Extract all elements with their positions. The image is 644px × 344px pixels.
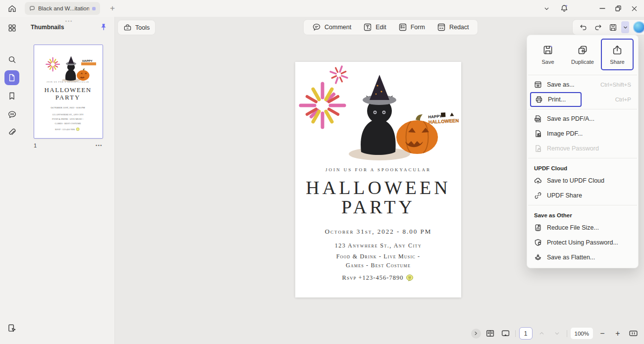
chevron-up-icon (540, 333, 543, 334)
menu-save-as-flatten[interactable]: Save as Flatten... (527, 250, 638, 265)
document-tab[interactable]: Black and W...itation (1) (25, 2, 100, 15)
slideshow-button[interactable] (500, 328, 512, 340)
svg-text:JOIN US FOR A SPOOKYACULAR: JOIN US FOR A SPOOKYACULAR (47, 81, 89, 83)
undo-button[interactable] (577, 21, 590, 34)
svg-text:PARTY: PARTY (55, 94, 81, 101)
sidebar-item-grid-view[interactable] (4, 20, 19, 35)
sidebar-item-bookmarks[interactable] (4, 89, 19, 103)
menu-reduce-file-size[interactable]: Reduce File Size... (527, 220, 638, 235)
unsaved-changes-indicator (92, 7, 96, 10)
action-toolbar (572, 19, 644, 35)
menu-save-as-pdfa[interactable]: PDF/A Save as PDF/A... (527, 111, 638, 126)
invitation-title-line1: HALLOWEEN (295, 178, 461, 197)
flip-pages-button[interactable] (4, 321, 19, 336)
window-close-button[interactable] (626, 1, 642, 16)
fit-width-button[interactable] (627, 328, 639, 340)
tools-button-label: Tools (135, 24, 150, 31)
titlebar-dropdown-button[interactable] (540, 2, 553, 15)
menu-section-save-as-other: Save as Other (527, 207, 638, 220)
home-icon (9, 5, 15, 11)
comment-mode-label: Comment (324, 24, 351, 31)
sticker-halloween-text: HALLOWEEN (429, 118, 459, 125)
two-page-view-icon (485, 329, 495, 338)
menu-reduce-file-size-label: Reduce File Size... (547, 224, 599, 231)
mode-toolbar: Comment Edit Form Redact (303, 19, 478, 35)
zoom-level-display[interactable]: 100% (571, 328, 593, 339)
comment-list-icon (7, 110, 17, 119)
menu-image-pdf[interactable]: Image PDF... (527, 126, 638, 141)
left-panel: ••• Thumbnails (0, 17, 115, 344)
window-restore-button[interactable] (610, 1, 626, 16)
menu-save-as-shortcut: Ctrl+Shift+S (600, 82, 631, 88)
menu-save-as[interactable]: Save as... Ctrl+Shift+S (527, 77, 638, 92)
invitation-tagline: JOIN US FOR A SPOOKYACULAR (295, 167, 461, 172)
menu-share-button[interactable]: Share (601, 39, 633, 70)
statusbar-collapse-button[interactable] (471, 329, 481, 339)
save-button[interactable] (606, 21, 619, 34)
comment-mode-button[interactable]: Comment (306, 21, 357, 34)
menu-divider (528, 109, 637, 109)
status-bar: 1 100% − + (471, 327, 639, 340)
svg-text:PDF/A: PDF/A (536, 119, 540, 121)
tools-button[interactable]: Tools (117, 20, 156, 35)
menu-updf-share-label: UPDF Share (547, 192, 582, 199)
page-layout-button[interactable] (484, 328, 496, 340)
sidebar-item-attachments[interactable] (4, 125, 19, 140)
document-page[interactable]: HAPPY HALLOWEEN JOIN US FOR A SPOOKYACUL… (295, 62, 461, 297)
sidebar-item-thumbnails[interactable] (4, 70, 19, 85)
menu-protect-using-password[interactable]: Protect Using Password... (527, 235, 638, 250)
menu-duplicate-label: Duplicate (571, 59, 594, 65)
previous-page-button[interactable] (536, 328, 548, 340)
menu-save-label: Save (541, 59, 554, 65)
menu-print-label: Print... (548, 96, 566, 103)
black-cat (361, 75, 396, 155)
svg-text:GAMES - BEST COSTUME: GAMES - BEST COSTUME (54, 122, 81, 125)
statusbar-divider (515, 330, 516, 337)
flatten-icon (534, 253, 542, 261)
undo-icon (581, 25, 586, 29)
window-minimize-button[interactable] (594, 1, 610, 16)
page-number-input[interactable]: 1 (519, 327, 533, 340)
sidebar-item-search[interactable] (4, 52, 19, 67)
menu-save-to-updf-cloud-label: Save to UPDF Cloud (547, 177, 604, 184)
menu-section-updf-cloud: UPDF Cloud (527, 160, 638, 173)
comment-annotation-icon[interactable] (406, 274, 414, 282)
new-tab-button[interactable]: + (106, 2, 119, 15)
menu-share-label: Share (610, 59, 624, 65)
thumbnail-more-options-button[interactable]: ••• (96, 143, 103, 148)
menu-remove-password-label: Remove Password (547, 145, 599, 152)
page-thumbnail-1[interactable]: HAPPY JOIN US FOR A SPOOKYACULAR HALLOWE… (34, 45, 103, 139)
menu-duplicate-button[interactable]: Duplicate (567, 39, 598, 70)
form-mode-button[interactable]: Form (392, 21, 431, 34)
menu-divider (528, 205, 637, 205)
svg-text:RSVP +123-456-7890: RSVP +123-456-7890 (55, 128, 75, 131)
zoom-in-button[interactable]: + (612, 328, 624, 340)
toolbox-icon (123, 23, 132, 32)
zoom-out-button[interactable]: − (596, 328, 608, 340)
menu-print[interactable]: Print... Ctrl+P (527, 92, 638, 107)
statusbar-divider (567, 330, 567, 337)
bookmark-icon (10, 93, 14, 99)
duplicate-icon (577, 45, 588, 55)
home-button[interactable] (5, 2, 18, 15)
happy-halloween-sticker: HAPPY HALLOWEEN (428, 112, 459, 125)
title-bar: Black and W...itation (1) + (0, 0, 644, 17)
menu-save-to-updf-cloud[interactable]: Save to UPDF Cloud (527, 173, 638, 188)
menu-save-button[interactable]: Save (532, 39, 564, 70)
sidebar-item-comments[interactable] (4, 107, 19, 122)
redo-button[interactable] (591, 21, 604, 34)
chevron-right-icon (475, 332, 477, 335)
next-page-button[interactable] (551, 328, 563, 340)
svg-text:HAPPY: HAPPY (82, 59, 93, 62)
redact-icon (437, 23, 446, 32)
document-tab-icon (29, 5, 35, 12)
user-avatar[interactable] (633, 21, 644, 33)
save-options-dropdown-button[interactable] (621, 21, 629, 33)
edit-mode-button[interactable]: Edit (357, 21, 392, 34)
svg-text:OCTOBER 31ST, 2022 - 8.00 PM: OCTOBER 31ST, 2022 - 8.00 PM (51, 106, 85, 109)
notifications-button[interactable] (558, 2, 571, 15)
svg-text:FOOD & DRINK - LIVE MUSIC -: FOOD & DRINK - LIVE MUSIC - (52, 118, 84, 120)
redact-mode-button[interactable]: Redact (431, 21, 475, 34)
menu-updf-share[interactable]: UPDF Share (527, 188, 638, 203)
pin-panel-button[interactable] (99, 23, 107, 31)
